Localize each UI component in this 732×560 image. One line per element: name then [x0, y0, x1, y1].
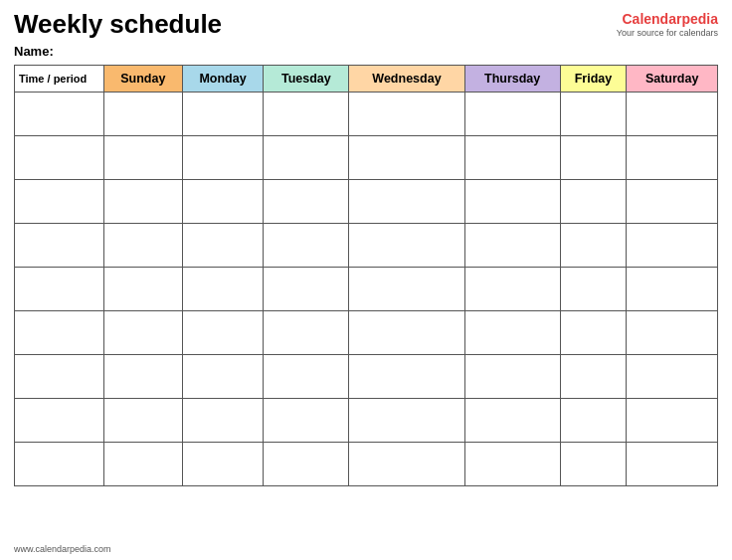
schedule-cell[interactable]	[264, 223, 349, 267]
col-header-time: Time / period	[15, 65, 104, 92]
schedule-cell[interactable]	[464, 267, 560, 310]
schedule-cell[interactable]	[627, 442, 718, 485]
schedule-table: Time / period Sunday Monday Tuesday Wedn…	[14, 65, 718, 486]
schedule-body	[15, 92, 718, 485]
schedule-cell[interactable]	[560, 223, 627, 267]
schedule-cell[interactable]	[464, 310, 560, 354]
table-row	[15, 223, 718, 267]
schedule-cell[interactable]	[560, 354, 627, 398]
col-header-sunday: Sunday	[104, 65, 183, 92]
logo-area: Calendarpedia Your source for calendars	[617, 10, 718, 40]
schedule-cell[interactable]	[104, 398, 183, 442]
name-label: Name:	[14, 44, 718, 59]
schedule-cell[interactable]	[349, 310, 464, 354]
col-header-thursday: Thursday	[464, 65, 560, 92]
time-cell[interactable]	[15, 354, 104, 398]
page-title: Weekly schedule	[14, 10, 222, 39]
schedule-cell[interactable]	[104, 442, 183, 485]
schedule-cell[interactable]	[182, 354, 264, 398]
schedule-cell[interactable]	[182, 398, 264, 442]
schedule-cell[interactable]	[627, 398, 718, 442]
schedule-cell[interactable]	[560, 442, 627, 485]
schedule-cell[interactable]	[627, 135, 718, 179]
schedule-cell[interactable]	[349, 223, 464, 267]
schedule-cell[interactable]	[182, 92, 264, 135]
schedule-cell[interactable]	[264, 442, 349, 485]
schedule-cell[interactable]	[349, 135, 464, 179]
schedule-cell[interactable]	[627, 310, 718, 354]
time-cell[interactable]	[15, 310, 104, 354]
col-header-tuesday: Tuesday	[264, 65, 349, 92]
schedule-cell[interactable]	[627, 354, 718, 398]
schedule-cell[interactable]	[349, 267, 464, 310]
schedule-cell[interactable]	[104, 310, 183, 354]
schedule-cell[interactable]	[104, 92, 183, 135]
time-cell[interactable]	[15, 223, 104, 267]
schedule-cell[interactable]	[560, 267, 627, 310]
schedule-cell[interactable]	[627, 267, 718, 310]
col-header-monday: Monday	[182, 65, 264, 92]
time-cell[interactable]	[15, 179, 104, 223]
schedule-cell[interactable]	[464, 135, 560, 179]
schedule-cell[interactable]	[182, 223, 264, 267]
schedule-cell[interactable]	[182, 310, 264, 354]
time-cell[interactable]	[15, 267, 104, 310]
schedule-cell[interactable]	[560, 398, 627, 442]
schedule-cell[interactable]	[104, 267, 183, 310]
schedule-cell[interactable]	[182, 267, 264, 310]
schedule-cell[interactable]	[349, 354, 464, 398]
schedule-cell[interactable]	[627, 92, 718, 135]
schedule-cell[interactable]	[264, 135, 349, 179]
schedule-cell[interactable]	[627, 223, 718, 267]
schedule-cell[interactable]	[464, 179, 560, 223]
schedule-cell[interactable]	[627, 179, 718, 223]
table-row	[15, 92, 718, 135]
time-cell[interactable]	[15, 135, 104, 179]
table-row	[15, 267, 718, 310]
schedule-cell[interactable]	[464, 442, 560, 485]
schedule-cell[interactable]	[264, 92, 349, 135]
schedule-cell[interactable]	[560, 179, 627, 223]
col-header-saturday: Saturday	[627, 65, 718, 92]
table-row	[15, 310, 718, 354]
schedule-cell[interactable]	[464, 92, 560, 135]
schedule-cell[interactable]	[264, 267, 349, 310]
schedule-cell[interactable]	[182, 135, 264, 179]
schedule-cell[interactable]	[104, 135, 183, 179]
schedule-cell[interactable]	[349, 179, 464, 223]
schedule-cell[interactable]	[104, 223, 183, 267]
schedule-cell[interactable]	[264, 179, 349, 223]
table-row	[15, 135, 718, 179]
table-row	[15, 179, 718, 223]
table-row	[15, 398, 718, 442]
schedule-cell[interactable]	[104, 179, 183, 223]
schedule-cell[interactable]	[264, 310, 349, 354]
logo-sub: Your source for calendars	[617, 28, 718, 40]
table-row	[15, 442, 718, 485]
schedule-cell[interactable]	[182, 179, 264, 223]
page: Weekly schedule Calendarpedia Your sourc…	[0, 0, 732, 560]
time-cell[interactable]	[15, 398, 104, 442]
schedule-cell[interactable]	[560, 92, 627, 135]
schedule-cell[interactable]	[104, 354, 183, 398]
time-cell[interactable]	[15, 442, 104, 485]
schedule-cell[interactable]	[464, 223, 560, 267]
schedule-cell[interactable]	[349, 92, 464, 135]
header: Weekly schedule Calendarpedia Your sourc…	[14, 10, 718, 40]
col-header-friday: Friday	[560, 65, 627, 92]
footer-url: www.calendarpedia.com	[14, 544, 111, 554]
schedule-cell[interactable]	[349, 398, 464, 442]
schedule-cell[interactable]	[264, 398, 349, 442]
schedule-cell[interactable]	[464, 354, 560, 398]
logo-text-calendar: Calendar	[623, 11, 682, 27]
schedule-cell[interactable]	[464, 398, 560, 442]
schedule-cell[interactable]	[560, 310, 627, 354]
logo-text-pedia: pedia	[681, 11, 718, 27]
table-row	[15, 354, 718, 398]
schedule-cell[interactable]	[264, 354, 349, 398]
time-cell[interactable]	[15, 92, 104, 135]
header-row: Time / period Sunday Monday Tuesday Wedn…	[15, 65, 718, 92]
schedule-cell[interactable]	[349, 442, 464, 485]
schedule-cell[interactable]	[560, 135, 627, 179]
schedule-cell[interactable]	[182, 442, 264, 485]
